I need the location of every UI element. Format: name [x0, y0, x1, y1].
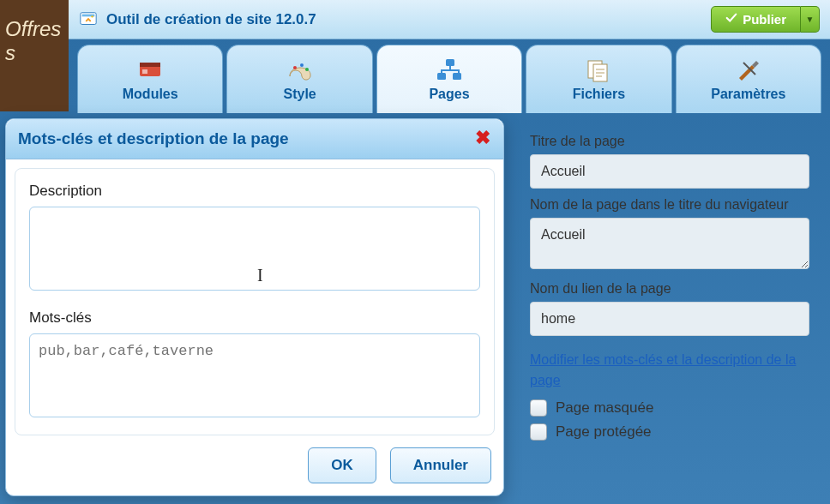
dialog-buttons: OK Annuler — [6, 435, 503, 495]
description-textarea[interactable] — [29, 207, 480, 291]
svg-point-8 — [305, 68, 309, 71]
main-tabs: Modules Style Pages Fichiers Paramètres — [69, 39, 830, 113]
checkbox-icon — [530, 423, 547, 441]
app-icon — [79, 10, 98, 29]
ok-button[interactable]: OK — [308, 447, 376, 483]
page-properties-panel: Titre de la page Nom de la page dans le … — [514, 113, 825, 459]
tab-modules[interactable]: Modules — [77, 45, 223, 113]
publish-group: Publier ▼ — [711, 6, 820, 33]
svg-rect-11 — [453, 73, 461, 80]
svg-point-6 — [293, 66, 297, 69]
keywords-textarea[interactable] — [29, 333, 480, 417]
link-name-input[interactable] — [530, 302, 809, 336]
tab-fichiers[interactable]: Fichiers — [526, 45, 671, 113]
page-title-input[interactable] — [530, 154, 809, 189]
svg-point-2 — [91, 15, 93, 17]
page-title-label: Titre de la page — [530, 134, 809, 149]
tab-label: Paramètres — [711, 87, 785, 102]
edit-meta-link[interactable]: Modifier les mots-clés et la description… — [530, 350, 809, 391]
dialog-title: Mots-clés et description de la page — [18, 129, 289, 148]
files-icon — [583, 57, 614, 83]
pages-icon — [434, 57, 465, 83]
tab-label: Fichiers — [573, 87, 625, 102]
cancel-button[interactable]: Annuler — [390, 447, 491, 483]
tab-label: Modules — [123, 87, 178, 102]
browser-title-input[interactable] — [530, 218, 809, 269]
tab-label: Pages — [429, 87, 469, 102]
tab-parametres[interactable]: Paramètres — [676, 45, 821, 113]
hidden-page-label: Page masquée — [556, 399, 653, 417]
modules-icon — [135, 57, 165, 83]
svg-rect-9 — [446, 59, 454, 66]
site-preview-strip: Offres s — [0, 0, 69, 111]
publish-label: Publier — [743, 12, 786, 27]
svg-rect-5 — [142, 69, 147, 74]
chevron-down-icon: ▼ — [806, 15, 815, 24]
meta-dialog: Mots-clés et description de la page ✖ De… — [5, 118, 504, 496]
protected-page-label: Page protégée — [556, 423, 652, 441]
tab-style[interactable]: Style — [226, 45, 372, 113]
svg-rect-4 — [140, 63, 160, 67]
close-icon[interactable]: ✖ — [474, 130, 491, 147]
checkbox-icon — [530, 399, 547, 417]
check-icon — [725, 12, 737, 27]
description-label: Description — [29, 183, 480, 200]
browser-title-label: Nom de la page dans le titre du navigate… — [530, 197, 809, 213]
top-bar: Outil de création de site 12.0.7 Publier… — [69, 0, 830, 39]
publish-dropdown[interactable]: ▼ — [801, 6, 820, 33]
link-name-label: Nom du lien de la page — [530, 281, 809, 297]
site-preview-text: Offres s — [5, 17, 61, 64]
svg-rect-10 — [437, 73, 446, 80]
style-icon — [285, 57, 316, 83]
publish-button[interactable]: Publier — [711, 6, 801, 33]
protected-page-checkbox[interactable]: Page protégée — [530, 423, 809, 441]
settings-icon — [733, 57, 764, 83]
dialog-header: Mots-clés et description de la page ✖ — [6, 119, 503, 159]
keywords-label: Mots-clés — [29, 309, 480, 327]
app-title: Outil de création de site 12.0.7 — [106, 11, 711, 28]
dialog-body: Description Mots-clés — [15, 168, 495, 435]
tab-pages[interactable]: Pages — [376, 45, 522, 113]
svg-point-7 — [300, 63, 304, 67]
hidden-page-checkbox[interactable]: Page masquée — [530, 399, 809, 417]
tab-label: Style — [283, 87, 316, 102]
